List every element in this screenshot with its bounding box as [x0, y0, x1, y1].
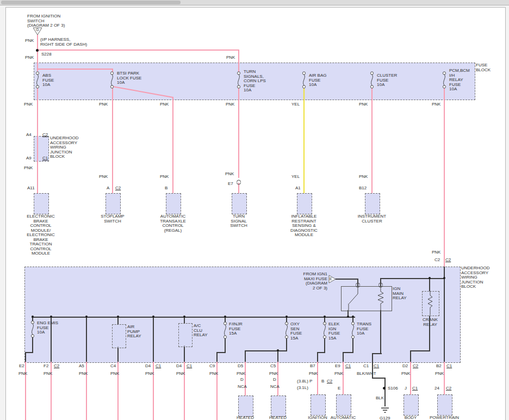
wire-segment: [410, 350, 411, 362]
relay-label: CRANK RELAY: [420, 318, 440, 327]
wire-color-label: PNK: [209, 372, 218, 376]
wire-color-label: PNK: [25, 39, 34, 44]
ignition-feed-wire: [37, 35, 38, 71]
connector-label: C1: [187, 364, 192, 369]
fuse-label: CLUSTER FUSE 10A: [377, 73, 397, 88]
junction-dot: [224, 316, 226, 318]
pin-label: C2: [434, 258, 440, 263]
device-turn-signal-switch: [232, 193, 247, 214]
device-label: HEATED: [233, 416, 257, 420]
wire-color-label: PNK: [79, 372, 88, 376]
connector-label: C1: [345, 364, 351, 369]
element-label: AIR PUMP RELAY: [127, 325, 141, 339]
wire-color-label: PNK: [432, 250, 440, 255]
wire-color-label: PNK: [225, 172, 234, 177]
output-wire: [444, 362, 445, 394]
pin-label: E: [338, 386, 340, 391]
device-label: INSTRUMENT CLUSTER: [351, 214, 393, 224]
element-label: F/INJR FUSE 15A: [229, 322, 243, 336]
junction-dot: [443, 277, 445, 279]
wire-segment: [380, 278, 445, 279]
pin-label: C4: [110, 364, 116, 369]
wire-color-label: PNK: [226, 55, 235, 60]
ground-wire: [384, 378, 386, 406]
pin-label: E2: [19, 364, 24, 369]
device-label: STOPLAMP SWITCH: [94, 214, 132, 224]
output-wire: [277, 362, 278, 396]
output-wire: [245, 362, 246, 396]
junction-block-main: [24, 267, 461, 363]
wire-color-label: PNK: [145, 372, 154, 376]
pin-label: D2: [402, 364, 408, 369]
output-wire: [317, 362, 318, 394]
source-note: FROM IGNITION SWITCH (DIAGRAM 2 OF 3): [27, 14, 65, 28]
connector-label: C2: [445, 258, 451, 263]
s228-branch-wire: [37, 50, 239, 51]
pin-label: D: [273, 378, 276, 382]
wire-color-label: PNK: [99, 175, 108, 180]
scrollbar-thumb[interactable]: [1, 1, 181, 4]
elek-ign-fuse-icon: [322, 322, 327, 341]
wire-segment: [25, 352, 26, 362]
cluster-output-wire: [371, 86, 373, 193]
element-label: ELEK IGN FUSE 15A: [328, 322, 340, 341]
finjr-fuse-icon: [222, 322, 228, 341]
nca-label: NCA: [238, 385, 247, 390]
wire-segment: [25, 352, 33, 353]
junction-dot: [352, 316, 354, 318]
btsi-fuse-icon: [109, 71, 115, 91]
wire-segment: [380, 310, 381, 354]
wire-color-label: PNK: [160, 102, 169, 107]
wire-color-label: PNK: [160, 175, 169, 180]
device-inflatable-restraint: [297, 193, 312, 214]
element-label: OXY SEN FUSE 15A: [290, 322, 302, 341]
bus-wire: [32, 317, 355, 318]
pin-label: 24: [434, 386, 439, 391]
device-instrument-cluster: [365, 193, 380, 214]
wire-segment: [277, 350, 278, 362]
pin-label: B: [321, 379, 324, 384]
pin-label: A5: [79, 364, 84, 369]
wire-segment: [317, 352, 318, 362]
fuse-label: TURN SIGNALS, CORN LPS FUSE 10A: [244, 70, 266, 93]
wire-color-label: PNK: [269, 372, 278, 376]
connector-label: C2: [446, 386, 451, 391]
splice-label-s106: S106: [388, 386, 398, 391]
junction-dot: [347, 316, 349, 318]
device-label: AUTOMATIC: [330, 416, 357, 420]
device-label: HEATED: [266, 416, 290, 420]
splice-dot-s106: [383, 387, 386, 390]
wire-segment: [245, 350, 246, 362]
wire-color-label: PNK: [18, 372, 27, 376]
airbag-fuse-icon: [301, 71, 307, 91]
junction-dot: [50, 316, 52, 318]
wire-segment: [429, 278, 430, 292]
wire-color-label: PNK: [110, 372, 119, 376]
wire-color-label: PNK: [176, 372, 185, 376]
junction-dot: [324, 316, 326, 318]
engine-variant-label: (3.1L): [297, 386, 308, 391]
pcm-fuse-icon: [442, 71, 447, 91]
wire-color-label: PNK: [25, 55, 34, 60]
pin-label: E7: [228, 182, 233, 187]
junction-dot: [429, 277, 431, 279]
btsi-output-wire: [112, 86, 113, 193]
connector-label: C1: [446, 364, 452, 369]
junction-dot: [285, 316, 288, 318]
wire-segment: [372, 353, 373, 362]
pin-label: C9: [209, 364, 215, 369]
connector-label: C1: [156, 364, 161, 369]
wire-segment: [216, 352, 218, 362]
pin-label: E9: [335, 364, 340, 369]
element-label: A/C CLU RELAY: [194, 324, 208, 338]
device-label: BODY: [404, 416, 418, 420]
wire-segment: [117, 347, 119, 362]
ground-icon: [381, 406, 389, 416]
horizontal-scrollbar[interactable]: [0, 0, 509, 5]
output-wire: [343, 362, 344, 394]
wire-segment: [117, 317, 119, 325]
ground-label: G129: [380, 416, 390, 420]
eng-emis-fuse-icon: [30, 320, 35, 340]
ground-wire: [372, 378, 386, 379]
airbag-output-wire: [303, 86, 305, 193]
